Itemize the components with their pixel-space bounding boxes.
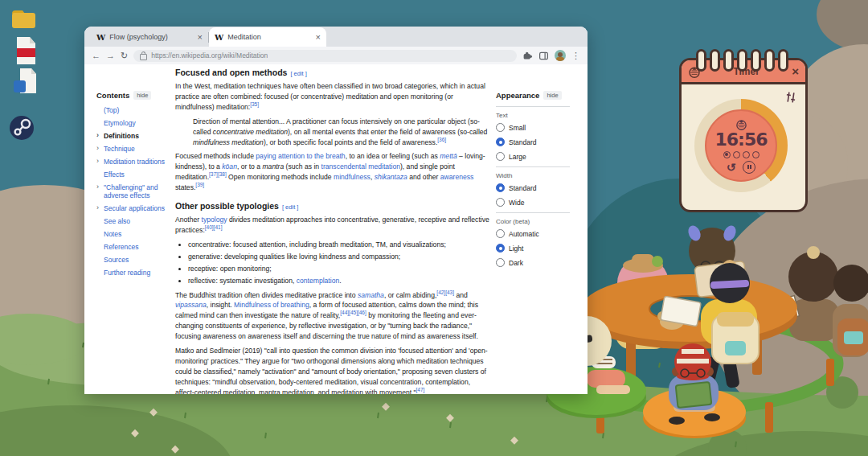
toc-item-secular-applications[interactable]: ›Secular applications [96, 204, 174, 212]
reference-link[interactable]: [42][43] [436, 290, 454, 295]
text-segment: concentrative meditation [213, 128, 288, 136]
edit-link[interactable]: [ edit ] [290, 70, 306, 77]
section-heading: Other possible typologies[ edit ] [175, 201, 490, 211]
article-body: Focused and open methods[ edit ] In the … [175, 66, 490, 394]
text-segment: , or to a [237, 162, 263, 170]
reload-icon[interactable]: ↻ [121, 51, 128, 60]
text-segment: Another [175, 216, 202, 224]
toc-item-meditation-traditions[interactable]: ›Meditation traditions [96, 158, 174, 166]
tab-meditation[interactable]: W Meditation × [209, 27, 326, 47]
wiki-link[interactable]: shikantaza [375, 173, 407, 181]
toc-item-challenging[interactable]: ›"Challenging" and adverse effects [96, 183, 174, 199]
toc-item-top[interactable]: (Top) [96, 106, 174, 114]
toc-item-effects[interactable]: Effects [96, 170, 174, 179]
desktop-icon-steam[interactable] [8, 114, 35, 145]
flowers [131, 403, 518, 454]
contents-hide-button[interactable]: hide [133, 91, 151, 100]
profile-avatar[interactable] [555, 50, 566, 61]
timer-settings-sliders-icon[interactable] [784, 90, 798, 105]
menu-kebab-icon[interactable]: ⋮ [571, 51, 580, 60]
radio-width-wide[interactable]: Wide [496, 198, 570, 207]
radio-text-large[interactable]: Large [496, 152, 570, 161]
text-segment: , insight. [207, 301, 234, 309]
forward-icon[interactable]: → [106, 51, 115, 60]
text-segment: The Buddhist tradition often divides med… [175, 291, 358, 299]
text-segment: mantra [262, 162, 284, 170]
reference-link[interactable]: [39] [195, 182, 204, 187]
text-segment: generative: developing qualities like lo… [188, 253, 400, 261]
text-segment: reflective: systematic investigation, [188, 277, 297, 285]
wiki-link[interactable]: awareness [440, 173, 474, 181]
tab-close-icon[interactable]: × [316, 33, 321, 42]
wiki-link[interactable]: samatha [358, 291, 384, 299]
radio-color-light[interactable]: Light [496, 244, 570, 253]
desktop-icon-folder[interactable] [10, 6, 37, 34]
list-item: receptive: open monitoring; [188, 264, 490, 274]
toc-item-references[interactable]: References [96, 243, 174, 251]
wiki-link[interactable]: kōan [222, 162, 237, 170]
wiki-link[interactable]: typology [202, 216, 227, 224]
timer-time: 16:56 [714, 131, 767, 149]
wiki-link[interactable]: mindfulness [334, 173, 371, 181]
typology-list: concentrative: focused attention, includ… [175, 240, 490, 286]
character-bear-brown [763, 246, 839, 341]
address-bar[interactable]: https://en.wikipedia.org/wiki/Meditation [133, 50, 517, 62]
wiki-link[interactable]: Mindfulness of breathing [234, 301, 309, 309]
tab-flow-psychology[interactable]: W Flow (psychology) × [91, 27, 208, 47]
radio-text-standard[interactable]: Standard [496, 138, 570, 146]
wiki-link[interactable]: paying attention to the breath [256, 152, 345, 160]
timer-body: 16:56 ↺ [682, 84, 805, 207]
binder-ring [737, 49, 747, 72]
radio-icon [496, 152, 505, 161]
reference-link[interactable]: [35] [250, 101, 259, 107]
reference-link[interactable]: [36] [437, 137, 446, 142]
reference-link[interactable]: [44][45][46] [340, 310, 366, 315]
radio-icon [496, 258, 505, 267]
toc-item-etymology[interactable]: Etymology [96, 119, 174, 127]
contents-sidebar: Contents hide (Top) Etymology ›Definitio… [96, 91, 174, 281]
toc-item-see-also[interactable]: See also [96, 217, 174, 225]
session-dot [733, 151, 740, 158]
text-segment: , or calm abiding, [384, 291, 436, 299]
text-segment: Focused methods include [175, 152, 256, 160]
side-panel-icon[interactable] [538, 51, 549, 61]
session-dot [723, 151, 731, 158]
radio-color-dark[interactable]: Dark [496, 258, 570, 267]
toc-item-technique[interactable]: ›Technique [96, 145, 174, 153]
binder-ring [710, 49, 720, 72]
extensions-icon[interactable] [522, 51, 533, 61]
wiki-link[interactable]: vipassana [175, 301, 207, 309]
reference-link[interactable]: [47] [416, 387, 425, 392]
radio-color-automatic[interactable]: Automatic [496, 229, 570, 238]
timer-pause-button[interactable] [743, 161, 755, 174]
text-segment: Open monitoring methods include [227, 173, 334, 181]
wikipedia-favicon: W [96, 33, 105, 42]
timer-reset-button[interactable]: ↺ [727, 162, 736, 173]
binder-ring [751, 49, 761, 72]
reference-link[interactable]: [40][41] [205, 224, 223, 230]
url-text: https://en.wikipedia.org/wiki/Meditation [151, 51, 268, 60]
binder-ring [778, 49, 788, 72]
wiki-link[interactable]: mettā [440, 152, 457, 160]
toc-item-notes[interactable]: Notes [96, 230, 174, 238]
appearance-hide-button[interactable]: hide [543, 91, 561, 100]
wikipedia-favicon: W [215, 33, 223, 42]
radio-icon [496, 229, 505, 238]
edit-link[interactable]: [ edit ] [282, 203, 298, 211]
timer-close-icon[interactable]: × [792, 65, 799, 77]
toc-item-further-reading[interactable]: Further reading [96, 269, 174, 277]
toc-item-sources[interactable]: Sources [96, 256, 174, 264]
wiki-link[interactable]: contemplation [297, 277, 340, 285]
toc-item-definitions[interactable]: ›Definitions [96, 132, 174, 140]
radio-text-small[interactable]: Small [496, 123, 570, 132]
desktop-icon-document-blue[interactable] [12, 68, 39, 98]
desktop-icon-document-red[interactable] [14, 35, 38, 69]
tab-close-icon[interactable]: × [198, 33, 203, 42]
timer-widget: Timer × 16:56 [679, 58, 808, 212]
section-heading: Focused and open methods[ edit ] [175, 68, 490, 77]
reference-link[interactable]: [37][38] [209, 171, 227, 177]
back-icon[interactable]: ← [92, 51, 100, 60]
radio-width-standard[interactable]: Standard [496, 183, 570, 192]
bench [548, 318, 837, 433]
wiki-link[interactable]: transcendental meditation [321, 162, 400, 170]
